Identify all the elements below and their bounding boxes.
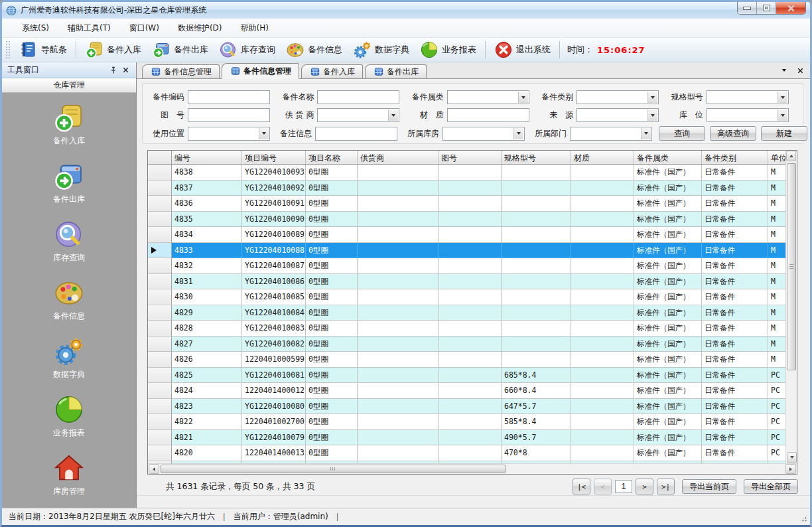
toolbar-button-exit[interactable]: 退出系统 bbox=[489, 39, 556, 60]
menu-item-5[interactable]: 帮助(H) bbox=[232, 20, 278, 37]
toolbar-button-navbook[interactable]: 导航条 bbox=[14, 39, 72, 60]
combo-dropdown-button[interactable] bbox=[513, 128, 523, 139]
first-page-button[interactable]: |< bbox=[573, 479, 590, 494]
combo-备件类别[interactable] bbox=[576, 90, 659, 104]
sidebar-item-palette[interactable]: 备件信息 bbox=[53, 277, 85, 322]
table-row[interactable]: 4834YG122040100890型圈标准件（国产）日常备件M bbox=[148, 227, 797, 243]
input-材 质[interactable] bbox=[447, 108, 529, 122]
scroll-down-button[interactable] bbox=[787, 452, 797, 463]
table-row[interactable]: 482612204010005990型圈标准件（国产）日常备件M bbox=[148, 352, 797, 368]
export-all-pages-button[interactable]: 导出全部页 bbox=[744, 479, 798, 494]
prev-page-button[interactable]: < bbox=[594, 479, 612, 494]
combo-dropdown-button[interactable] bbox=[778, 92, 787, 103]
scroll-up-button[interactable] bbox=[786, 151, 796, 161]
table-row[interactable]: 4821YG122040100790型圈490*5.7标准件（国产）日常备件PC bbox=[148, 430, 797, 446]
resize-grip[interactable] bbox=[799, 514, 807, 522]
table-row[interactable]: 4838YG122040100930型圈标准件（国产）日常备件M bbox=[148, 165, 797, 181]
scroll-right-button[interactable] bbox=[785, 464, 796, 474]
horizontal-scroll-thumb[interactable] bbox=[161, 465, 506, 473]
table-header-9[interactable]: 单位 bbox=[768, 151, 787, 164]
next-page-button[interactable]: > bbox=[636, 479, 653, 494]
table-header-4[interactable]: 图号 bbox=[439, 151, 502, 164]
combo-供 货 商[interactable] bbox=[317, 108, 399, 122]
combo-使用位置[interactable] bbox=[188, 127, 270, 141]
advanced-query-button[interactable]: 高级查询 bbox=[710, 126, 756, 141]
table-row[interactable]: 4828YG122040100830型圈标准件（国产）日常备件M bbox=[148, 321, 797, 337]
sidebar-item-gears[interactable]: 数据字典 bbox=[53, 336, 85, 380]
table-row[interactable]: 4829YG122040100840型圈标准件（国产）日常备件M bbox=[148, 305, 797, 321]
table-row[interactable]: 4835YG122040100900型圈标准件（国产）日常备件M bbox=[148, 212, 797, 228]
horizontal-scrollbar[interactable] bbox=[148, 463, 797, 474]
toolbar-button-palette[interactable]: 备件信息 bbox=[281, 39, 348, 60]
table-row[interactable]: 482212204010027000型圈585*8.4标准件（国产）日常备件PC bbox=[148, 414, 797, 430]
sidebar-item-search[interactable]: 库存查询 bbox=[53, 219, 85, 264]
input-图 号[interactable] bbox=[188, 108, 270, 122]
sidebar-item-report[interactable]: 业务报表 bbox=[53, 394, 85, 439]
table-header-7[interactable]: 备件属类 bbox=[634, 151, 702, 164]
combo-备件属类[interactable] bbox=[447, 90, 529, 104]
page-number-input[interactable] bbox=[615, 480, 632, 493]
vertical-scrollbar[interactable] bbox=[785, 151, 797, 463]
toolbar-grip[interactable] bbox=[6, 41, 11, 58]
pin-button[interactable] bbox=[108, 65, 119, 76]
vertical-scroll-thumb[interactable] bbox=[787, 163, 796, 370]
sidebar-item-inbound[interactable]: 备件入库 bbox=[53, 102, 85, 147]
input-备件名称[interactable] bbox=[317, 90, 399, 104]
query-button[interactable]: 查询 bbox=[659, 126, 705, 141]
input-备件编码[interactable] bbox=[188, 90, 270, 104]
table-header-3[interactable]: 供货商 bbox=[358, 151, 439, 164]
table-row[interactable]: 4833YG122040100880型圈标准件（国产）日常备件M bbox=[148, 243, 797, 259]
tab-1[interactable]: 备件信息管理 bbox=[142, 64, 220, 78]
table-header-1[interactable]: 项目编号 bbox=[242, 151, 306, 164]
tool-window-close-button[interactable] bbox=[120, 65, 131, 76]
combo-dropdown-button[interactable] bbox=[518, 92, 528, 103]
combo-dropdown-button[interactable] bbox=[388, 110, 398, 121]
table-header-6[interactable]: 材质 bbox=[571, 151, 634, 164]
table-header-0[interactable]: 编号 bbox=[172, 151, 242, 164]
window-titlebar[interactable]: 广州爱奇迪软件科技有限公司-深田之星仓库管理系统 bbox=[2, 2, 810, 19]
table-row[interactable]: 482012204014000130型圈470*8标准件（国产）日常备件PC bbox=[148, 445, 797, 461]
sidebar-item-outbound[interactable]: 备件出库 bbox=[53, 161, 85, 205]
table-header-5[interactable]: 规格型号 bbox=[502, 151, 571, 164]
close-button[interactable] bbox=[776, 2, 805, 14]
combo-来 源[interactable] bbox=[576, 108, 659, 122]
table-row[interactable]: 482412204014000120型圈660*8.4标准件（国产）日常备件PC bbox=[148, 383, 797, 399]
combo-规格型号[interactable] bbox=[707, 90, 789, 104]
tab-2[interactable]: 备件信息管理 bbox=[222, 63, 299, 79]
table-row[interactable]: 4825YG122040100810型圈685*8.4标准件（国产）日常备件PC bbox=[148, 368, 797, 384]
toolbar-button-gears[interactable]: 数据字典 bbox=[348, 39, 415, 60]
table-row[interactable]: 4836YG122040100910型圈标准件（国产）日常备件M bbox=[148, 196, 797, 212]
input-备注信息[interactable] bbox=[315, 127, 397, 141]
menu-item-3[interactable]: 窗口(W) bbox=[120, 20, 169, 37]
tab-close-button[interactable] bbox=[795, 66, 805, 75]
toolbar-button-inbound[interactable]: 备件入库 bbox=[80, 39, 147, 60]
menu-item-1[interactable]: 系统(S) bbox=[13, 20, 58, 37]
sidebar-group-title[interactable]: 仓库管理 bbox=[2, 78, 136, 93]
minimize-button[interactable] bbox=[738, 2, 757, 14]
tab-4[interactable]: 备件出库 bbox=[365, 64, 427, 78]
table-row[interactable]: 4832YG122040100870型圈标准件（国产）日常备件M bbox=[148, 258, 797, 274]
toolbar-button-report[interactable]: 业务报表 bbox=[415, 39, 482, 60]
combo-dropdown-button[interactable] bbox=[641, 128, 651, 139]
table-row[interactable]: 4830YG122040100850型圈标准件（国产）日常备件M bbox=[148, 289, 797, 305]
table-header-8[interactable]: 备件类别 bbox=[702, 151, 768, 164]
tool-window-header[interactable]: 工具窗口 bbox=[2, 62, 136, 78]
table-header-2[interactable]: 项目名称 bbox=[306, 151, 358, 164]
toolbar-button-outbound[interactable]: 备件出库 bbox=[147, 39, 214, 60]
menu-item-2[interactable]: 辅助工具(T) bbox=[58, 20, 120, 37]
combo-所属部门[interactable] bbox=[570, 127, 652, 141]
tab-3[interactable]: 备件入库 bbox=[301, 64, 363, 78]
maximize-button[interactable] bbox=[757, 2, 776, 14]
scroll-left-button[interactable] bbox=[149, 464, 159, 474]
table-row[interactable]: 4827YG122040100820型圈标准件（国产）日常备件M bbox=[148, 337, 797, 352]
tab-list-dropdown[interactable] bbox=[779, 66, 789, 75]
last-page-button[interactable]: >| bbox=[657, 479, 675, 494]
toolbar-button-search[interactable]: 库存查询 bbox=[214, 39, 281, 60]
sidebar-item-home[interactable]: 库房管理 bbox=[53, 453, 85, 497]
table-row[interactable]: 4823YG122040100800型圈647*5.7标准件（国产）日常备件PC bbox=[148, 399, 797, 415]
combo-dropdown-button[interactable] bbox=[647, 110, 657, 121]
combo-dropdown-button[interactable] bbox=[259, 128, 269, 139]
table-row[interactable]: 4837YG122040100920型圈标准件（国产）日常备件M bbox=[148, 181, 797, 196]
export-current-page-button[interactable]: 导出当前页 bbox=[682, 479, 736, 494]
combo-dropdown-button[interactable] bbox=[778, 110, 787, 121]
